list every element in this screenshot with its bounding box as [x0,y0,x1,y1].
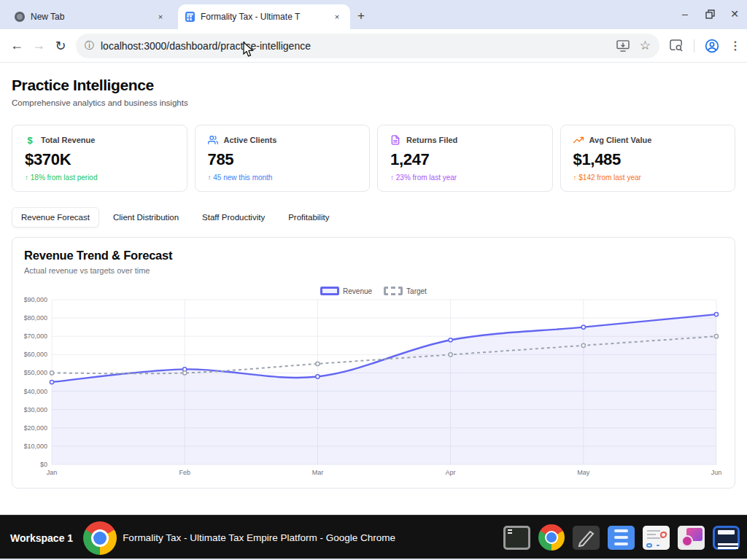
stat-card-returns-filed: Returns Filed 1,247 ↑ 23% from last year [377,125,553,192]
target-swatch-icon [384,287,403,295]
calculator-favicon-icon [185,12,195,22]
stat-value: $370K [25,150,174,169]
window-controls: – ✕ [678,7,741,20]
stat-value: 785 [208,150,357,169]
chrome-icon[interactable] [538,524,565,551]
forward-button[interactable]: → [28,35,50,57]
image-viewer-icon[interactable] [678,526,705,550]
stat-card-avg-client-value: Avg Client Value $1,485 ↑ $142 from last… [560,125,736,192]
svg-text:$10,000: $10,000 [24,443,47,450]
tab-search-icon[interactable] [670,39,684,52]
legend-label: Revenue [343,287,372,295]
trend-up-icon [573,135,584,145]
toolbar-divider [694,39,694,52]
analytics-tab-list: Revenue Forecast Client Distribution Sta… [12,207,735,228]
revenue-chart-card: Revenue Trend & Forecast Actual revenue … [12,237,735,489]
taskbar-app-tray [503,516,740,559]
close-button[interactable]: ✕ [728,7,741,20]
svg-text:May: May [577,469,590,476]
url-text[interactable]: localhost:3000/dashboard/practice-intell… [101,40,606,52]
svg-text:$90,000: $90,000 [24,297,47,303]
stat-value: $1,485 [573,150,723,169]
taskbar: Workspace 1 Formality Tax - Ultimate Tax… [0,515,747,560]
svg-text:$30,000: $30,000 [24,406,47,413]
restore-icon [705,9,715,19]
tab-staff-productivity[interactable]: Staff Productivity [193,207,274,228]
svg-text:$80,000: $80,000 [24,314,47,322]
page-subtitle: Comprehensive analytics and business ins… [12,98,747,107]
legend-item-target: Target [384,287,427,295]
site-info-icon[interactable]: ⓘ [85,39,94,52]
page-title: Practice Intelligence [12,77,747,94]
address-bar[interactable]: ⓘ localhost:3000/dashboard/practice-inte… [76,34,659,58]
svg-text:$50,000: $50,000 [24,369,47,376]
file-manager-icon[interactable] [608,526,635,550]
chart-title: Revenue Trend & Forecast [24,249,723,262]
stat-card-active-clients: Active Clients 785 ↑ 45 new this month [195,125,371,192]
stat-label: Total Revenue [41,136,95,144]
restore-button[interactable] [703,7,716,20]
legend-label: Target [406,287,427,295]
browser-tab-newtab[interactable]: New Tab × [7,4,174,29]
svg-text:Apr: Apr [446,469,456,476]
back-button[interactable]: ← [6,35,28,57]
chart-subtitle: Actual revenue vs targets over time [24,266,723,275]
profile-avatar-icon[interactable] [705,39,719,53]
svg-text:$60,000: $60,000 [24,351,47,358]
svg-text:Mar: Mar [312,469,324,476]
users-icon [208,135,218,145]
new-tab-favicon-icon [15,12,25,22]
dollar-icon: $ [25,135,35,145]
minimize-button[interactable]: – [678,7,692,20]
revenue-swatch-icon [320,287,339,295]
tab-title: Formality Tax - Ultimate T [201,12,325,22]
svg-text:$70,000: $70,000 [24,332,47,340]
chart-legend: Revenue Target [24,287,723,295]
workspace-label[interactable]: Workspace 1 [10,532,73,544]
reload-button[interactable]: ↻ [50,35,71,57]
bookmark-star-icon[interactable]: ☆ [640,38,651,53]
line-chart: $0$10,000$20,000$30,000$40,000$50,000$60… [24,297,723,478]
browser-toolbar: ← → ↻ ⓘ localhost:3000/dashboard/practic… [0,29,747,63]
file-icon [390,135,400,145]
stats-row: $ Total Revenue $370K ↑ 18% from last pe… [12,125,735,192]
toolbar-right-icons: ⋮ [670,39,741,53]
stat-label: Active Clients [224,136,277,144]
tab-title: New Tab [31,12,149,22]
svg-text:Jan: Jan [47,469,58,476]
calculator-icon[interactable] [713,526,740,550]
legend-item-revenue: Revenue [320,287,372,295]
text-editor-icon[interactable] [573,526,600,550]
dashboard-page: Practice Intelligence Comprehensive anal… [0,63,747,515]
stat-change: ↑ 45 new this month [208,174,357,182]
stat-change: ↑ 18% from last period [25,174,174,182]
tab-profitability[interactable]: Profitability [279,207,338,228]
svg-text:$0: $0 [40,461,47,468]
chart-plot-area: $0$10,000$20,000$30,000$40,000$50,000$60… [24,297,723,481]
terminal-icon[interactable] [503,526,530,550]
tab-close-icon[interactable]: × [155,11,166,23]
menu-kebab-icon[interactable]: ⋮ [729,39,741,52]
stat-change: ↑ $142 from last year [573,174,723,182]
tab-client-distribution[interactable]: Client Distribution [104,207,188,228]
svg-text:Jun: Jun [711,469,722,476]
new-tab-button[interactable]: + [357,9,365,23]
stat-label: Returns Filed [406,136,457,144]
stat-value: 1,247 [390,150,540,169]
active-window-title[interactable]: Formality Tax - Ultimate Tax Empire Plat… [123,532,395,543]
document-viewer-icon[interactable] [643,526,670,550]
install-app-icon[interactable] [616,40,630,52]
svg-text:$20,000: $20,000 [24,424,47,432]
browser-tab-formality-tax[interactable]: Formality Tax - Ultimate T × [178,4,350,29]
chrome-window-icon[interactable] [83,521,117,555]
svg-text:Feb: Feb [179,469,190,476]
stat-card-total-revenue: $ Total Revenue $370K ↑ 18% from last pe… [12,125,187,192]
browser-tab-strip: New Tab × Formality Tax - Ultimate T × +… [0,0,747,29]
tab-revenue-forecast[interactable]: Revenue Forecast [12,207,99,228]
stat-label: Avg Client Value [589,136,652,144]
svg-text:$40,000: $40,000 [24,388,47,395]
tab-close-icon[interactable]: × [331,11,343,23]
stat-change: ↑ 23% from last year [390,174,540,182]
